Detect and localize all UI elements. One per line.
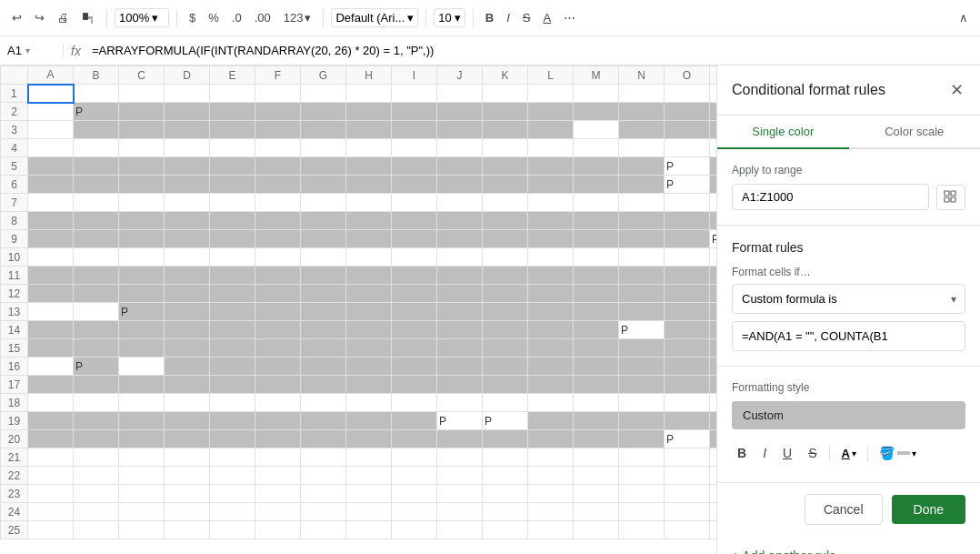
cell-K24[interactable] [483, 503, 528, 521]
cell-F23[interactable] [255, 485, 301, 503]
cell-H13[interactable] [346, 303, 392, 321]
cell-E16[interactable] [210, 358, 255, 376]
cell-I13[interactable] [392, 303, 437, 321]
cell-C11[interactable] [119, 267, 165, 285]
cell-K17[interactable] [483, 376, 528, 394]
cell-C7[interactable] [119, 194, 165, 212]
cell-O6[interactable]: P [665, 176, 710, 194]
cell-C18[interactable] [119, 394, 165, 412]
add-rule-row[interactable]: + Add another rule [717, 536, 980, 554]
cell-G4[interactable] [301, 139, 346, 157]
cell-A19[interactable] [28, 412, 74, 430]
cell-G12[interactable] [301, 285, 346, 303]
cell-L5[interactable] [528, 157, 574, 176]
cell-O4[interactable] [665, 139, 710, 157]
cell-I10[interactable] [392, 248, 437, 267]
col-header-a[interactable]: A [28, 66, 74, 85]
percent-button[interactable]: % [204, 8, 224, 27]
cell-O8[interactable] [665, 212, 710, 230]
cell-J14[interactable] [437, 321, 483, 339]
cell-A18[interactable] [28, 394, 74, 412]
cell-B10[interactable] [74, 248, 119, 267]
cell-J10[interactable] [437, 248, 483, 267]
cell-A6[interactable] [28, 176, 74, 194]
cell-K22[interactable] [483, 467, 528, 485]
cell-C23[interactable] [119, 485, 165, 503]
cell-K16[interactable] [483, 358, 528, 376]
cell-F17[interactable] [255, 376, 301, 394]
cell-I16[interactable] [392, 358, 437, 376]
cell-P12[interactable] [710, 285, 717, 303]
cell-N17[interactable] [619, 376, 665, 394]
cell-J24[interactable] [437, 503, 483, 521]
cell-L2[interactable] [528, 103, 574, 121]
cell-A4[interactable] [28, 139, 74, 157]
cell-O25[interactable] [665, 521, 710, 539]
cell-P14[interactable] [710, 321, 717, 339]
cell-H14[interactable] [346, 321, 392, 339]
text-color-button[interactable]: A ▾ [837, 444, 859, 463]
cell-O1[interactable] [665, 85, 710, 103]
cell-M21[interactable] [574, 448, 619, 467]
cell-B25[interactable] [74, 521, 119, 539]
cell-E20[interactable] [210, 430, 255, 448]
more-button[interactable]: ⋯ [559, 8, 580, 27]
cell-A15[interactable] [28, 339, 74, 358]
cell-A22[interactable] [28, 467, 74, 485]
cell-I9[interactable] [392, 230, 437, 248]
cell-J2[interactable] [437, 103, 483, 121]
cell-K10[interactable] [483, 248, 528, 267]
cell-D3[interactable] [165, 121, 210, 139]
collapse-button[interactable]: ∧ [955, 8, 973, 27]
cell-K7[interactable] [483, 194, 528, 212]
cell-D16[interactable] [165, 358, 210, 376]
cell-E6[interactable] [210, 176, 255, 194]
cell-B7[interactable] [74, 194, 119, 212]
cell-J12[interactable] [437, 285, 483, 303]
cell-P19[interactable] [710, 412, 717, 430]
cell-I6[interactable] [392, 176, 437, 194]
cell-M3[interactable] [574, 121, 619, 139]
col-header-n[interactable]: N [619, 66, 665, 85]
cell-H2[interactable] [346, 103, 392, 121]
cell-P23[interactable] [710, 485, 717, 503]
cell-K11[interactable] [483, 267, 528, 285]
cell-N9[interactable] [619, 230, 665, 248]
cell-M9[interactable] [574, 230, 619, 248]
cell-M7[interactable] [574, 194, 619, 212]
spreadsheet[interactable]: ABCDEFGHIJKLMNOPQRSTUVWXYZ 12P3P45PP6PP7… [0, 65, 716, 554]
cell-D14[interactable] [165, 321, 210, 339]
cell-B18[interactable] [74, 394, 119, 412]
cell-N6[interactable] [619, 176, 665, 194]
cell-H16[interactable] [346, 358, 392, 376]
cell-L12[interactable] [528, 285, 574, 303]
cell-M25[interactable] [574, 521, 619, 539]
range-input[interactable] [732, 184, 929, 210]
cell-M13[interactable] [574, 303, 619, 321]
cell-D7[interactable] [165, 194, 210, 212]
cell-I2[interactable] [392, 103, 437, 121]
cell-E21[interactable] [210, 448, 255, 467]
col-header-o[interactable]: O [665, 66, 710, 85]
cell-M16[interactable] [574, 358, 619, 376]
cell-M5[interactable] [574, 157, 619, 176]
cell-E3[interactable] [210, 121, 255, 139]
cell-H6[interactable] [346, 176, 392, 194]
cell-L15[interactable] [528, 339, 574, 358]
cell-B5[interactable] [74, 157, 119, 176]
cell-A8[interactable] [28, 212, 74, 230]
cell-A9[interactable] [28, 230, 74, 248]
cell-M2[interactable] [574, 103, 619, 121]
cell-E12[interactable] [210, 285, 255, 303]
cell-H3[interactable] [346, 121, 392, 139]
cell-J25[interactable] [437, 521, 483, 539]
cell-G25[interactable] [301, 521, 346, 539]
cell-G22[interactable] [301, 467, 346, 485]
cell-N4[interactable] [619, 139, 665, 157]
cell-F22[interactable] [255, 467, 301, 485]
cell-P6[interactable] [710, 176, 717, 194]
cell-L14[interactable] [528, 321, 574, 339]
cell-C15[interactable] [119, 339, 165, 358]
cell-reference[interactable]: A1 ▾ [0, 44, 64, 57]
cell-K13[interactable] [483, 303, 528, 321]
